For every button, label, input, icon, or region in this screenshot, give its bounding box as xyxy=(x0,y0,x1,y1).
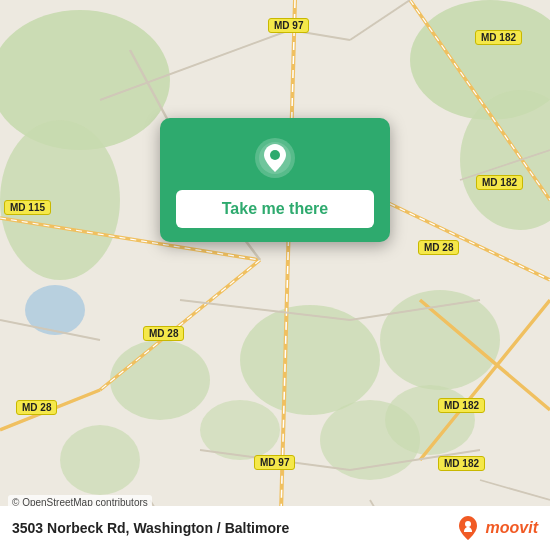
svg-point-43 xyxy=(465,521,471,527)
road-label-md182-bot-right2: MD 182 xyxy=(438,456,485,471)
moovit-logo-icon xyxy=(454,514,482,542)
location-pin-icon xyxy=(253,136,297,180)
road-label-md97-top: MD 97 xyxy=(268,18,309,33)
svg-point-11 xyxy=(60,425,140,495)
road-label-md182-bot-right: MD 182 xyxy=(438,398,485,413)
road-label-md28-mid-left: MD 28 xyxy=(143,326,184,341)
take-me-there-button[interactable]: Take me there xyxy=(176,190,374,228)
svg-point-5 xyxy=(110,340,210,420)
svg-point-7 xyxy=(380,290,500,390)
road-label-md182-right-mid: MD 182 xyxy=(476,175,523,190)
svg-point-9 xyxy=(385,385,475,455)
address-text: 3503 Norbeck Rd, Washington / Baltimore xyxy=(12,520,289,536)
moovit-logo: moovit xyxy=(454,514,538,542)
map-container: MD 97 MD 182 MD 115 MD 182 MD 28 MD 28 M… xyxy=(0,0,550,550)
road-label-md97-bot: MD 97 xyxy=(254,455,295,470)
road-label-md182-right-top: MD 182 xyxy=(475,30,522,45)
bottom-bar: 3503 Norbeck Rd, Washington / Baltimore … xyxy=(0,506,550,550)
svg-point-42 xyxy=(270,150,280,160)
moovit-brand-text: moovit xyxy=(486,519,538,537)
svg-point-6 xyxy=(240,305,380,415)
popup-card: Take me there xyxy=(160,118,390,242)
road-label-md28-right-top: MD 28 xyxy=(418,240,459,255)
road-label-md28-bot-left: MD 28 xyxy=(16,400,57,415)
road-label-md115-left: MD 115 xyxy=(4,200,51,215)
